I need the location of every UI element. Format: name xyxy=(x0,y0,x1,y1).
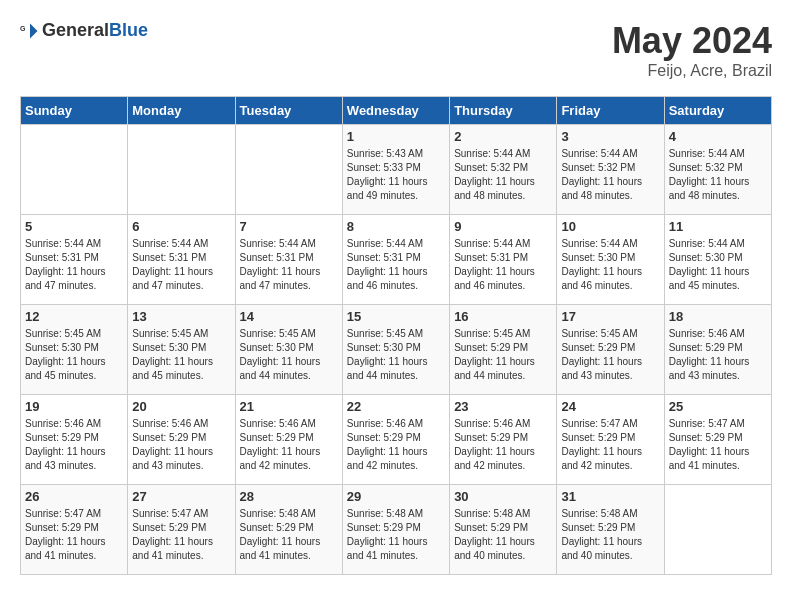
calendar-header-sunday: Sunday xyxy=(21,97,128,125)
day-info: Sunrise: 5:48 AM Sunset: 5:29 PM Dayligh… xyxy=(454,507,552,563)
calendar-cell xyxy=(235,125,342,215)
calendar-cell: 8Sunrise: 5:44 AM Sunset: 5:31 PM Daylig… xyxy=(342,215,449,305)
calendar-cell: 15Sunrise: 5:45 AM Sunset: 5:30 PM Dayli… xyxy=(342,305,449,395)
calendar-cell: 10Sunrise: 5:44 AM Sunset: 5:30 PM Dayli… xyxy=(557,215,664,305)
calendar-cell: 30Sunrise: 5:48 AM Sunset: 5:29 PM Dayli… xyxy=(450,485,557,575)
day-number: 28 xyxy=(240,489,338,504)
day-info: Sunrise: 5:44 AM Sunset: 5:32 PM Dayligh… xyxy=(669,147,767,203)
day-info: Sunrise: 5:47 AM Sunset: 5:29 PM Dayligh… xyxy=(132,507,230,563)
day-number: 23 xyxy=(454,399,552,414)
day-info: Sunrise: 5:46 AM Sunset: 5:29 PM Dayligh… xyxy=(454,417,552,473)
main-title: May 2024 xyxy=(612,20,772,62)
day-number: 31 xyxy=(561,489,659,504)
calendar-cell xyxy=(664,485,771,575)
calendar-header-row: SundayMondayTuesdayWednesdayThursdayFrid… xyxy=(21,97,772,125)
day-number: 8 xyxy=(347,219,445,234)
day-info: Sunrise: 5:46 AM Sunset: 5:29 PM Dayligh… xyxy=(25,417,123,473)
day-info: Sunrise: 5:44 AM Sunset: 5:31 PM Dayligh… xyxy=(132,237,230,293)
day-number: 1 xyxy=(347,129,445,144)
calendar-header-friday: Friday xyxy=(557,97,664,125)
day-info: Sunrise: 5:45 AM Sunset: 5:30 PM Dayligh… xyxy=(347,327,445,383)
day-number: 15 xyxy=(347,309,445,324)
calendar-cell: 14Sunrise: 5:45 AM Sunset: 5:30 PM Dayli… xyxy=(235,305,342,395)
day-number: 14 xyxy=(240,309,338,324)
calendar-cell: 5Sunrise: 5:44 AM Sunset: 5:31 PM Daylig… xyxy=(21,215,128,305)
day-info: Sunrise: 5:48 AM Sunset: 5:29 PM Dayligh… xyxy=(240,507,338,563)
day-info: Sunrise: 5:44 AM Sunset: 5:32 PM Dayligh… xyxy=(561,147,659,203)
day-info: Sunrise: 5:47 AM Sunset: 5:29 PM Dayligh… xyxy=(669,417,767,473)
day-info: Sunrise: 5:46 AM Sunset: 5:29 PM Dayligh… xyxy=(132,417,230,473)
day-info: Sunrise: 5:48 AM Sunset: 5:29 PM Dayligh… xyxy=(561,507,659,563)
calendar-cell: 6Sunrise: 5:44 AM Sunset: 5:31 PM Daylig… xyxy=(128,215,235,305)
svg-text:G: G xyxy=(20,25,26,32)
calendar-week-row: 12Sunrise: 5:45 AM Sunset: 5:30 PM Dayli… xyxy=(21,305,772,395)
calendar-week-row: 19Sunrise: 5:46 AM Sunset: 5:29 PM Dayli… xyxy=(21,395,772,485)
calendar-table: SundayMondayTuesdayWednesdayThursdayFrid… xyxy=(20,96,772,575)
calendar-cell: 13Sunrise: 5:45 AM Sunset: 5:30 PM Dayli… xyxy=(128,305,235,395)
logo-blue: Blue xyxy=(109,20,148,40)
day-info: Sunrise: 5:44 AM Sunset: 5:30 PM Dayligh… xyxy=(669,237,767,293)
calendar-cell: 16Sunrise: 5:45 AM Sunset: 5:29 PM Dayli… xyxy=(450,305,557,395)
calendar-week-row: 1Sunrise: 5:43 AM Sunset: 5:33 PM Daylig… xyxy=(21,125,772,215)
calendar-cell: 9Sunrise: 5:44 AM Sunset: 5:31 PM Daylig… xyxy=(450,215,557,305)
day-number: 22 xyxy=(347,399,445,414)
day-info: Sunrise: 5:46 AM Sunset: 5:29 PM Dayligh… xyxy=(347,417,445,473)
calendar-cell: 20Sunrise: 5:46 AM Sunset: 5:29 PM Dayli… xyxy=(128,395,235,485)
calendar-cell: 21Sunrise: 5:46 AM Sunset: 5:29 PM Dayli… xyxy=(235,395,342,485)
calendar-header-monday: Monday xyxy=(128,97,235,125)
calendar-cell: 12Sunrise: 5:45 AM Sunset: 5:30 PM Dayli… xyxy=(21,305,128,395)
calendar-header-thursday: Thursday xyxy=(450,97,557,125)
day-info: Sunrise: 5:47 AM Sunset: 5:29 PM Dayligh… xyxy=(25,507,123,563)
day-info: Sunrise: 5:45 AM Sunset: 5:29 PM Dayligh… xyxy=(454,327,552,383)
day-number: 17 xyxy=(561,309,659,324)
day-info: Sunrise: 5:46 AM Sunset: 5:29 PM Dayligh… xyxy=(240,417,338,473)
calendar-cell: 7Sunrise: 5:44 AM Sunset: 5:31 PM Daylig… xyxy=(235,215,342,305)
calendar-week-row: 26Sunrise: 5:47 AM Sunset: 5:29 PM Dayli… xyxy=(21,485,772,575)
day-number: 26 xyxy=(25,489,123,504)
day-info: Sunrise: 5:48 AM Sunset: 5:29 PM Dayligh… xyxy=(347,507,445,563)
day-info: Sunrise: 5:43 AM Sunset: 5:33 PM Dayligh… xyxy=(347,147,445,203)
day-number: 3 xyxy=(561,129,659,144)
calendar-cell: 11Sunrise: 5:44 AM Sunset: 5:30 PM Dayli… xyxy=(664,215,771,305)
calendar-cell: 31Sunrise: 5:48 AM Sunset: 5:29 PM Dayli… xyxy=(557,485,664,575)
day-number: 25 xyxy=(669,399,767,414)
day-info: Sunrise: 5:45 AM Sunset: 5:30 PM Dayligh… xyxy=(132,327,230,383)
page-header: G GeneralBlue May 2024 Feijo, Acre, Braz… xyxy=(20,20,772,80)
calendar-cell xyxy=(21,125,128,215)
title-area: May 2024 Feijo, Acre, Brazil xyxy=(612,20,772,80)
day-number: 21 xyxy=(240,399,338,414)
logo-icon: G xyxy=(20,21,40,41)
day-number: 27 xyxy=(132,489,230,504)
day-info: Sunrise: 5:44 AM Sunset: 5:31 PM Dayligh… xyxy=(347,237,445,293)
calendar-cell: 18Sunrise: 5:46 AM Sunset: 5:29 PM Dayli… xyxy=(664,305,771,395)
day-number: 11 xyxy=(669,219,767,234)
calendar-cell: 4Sunrise: 5:44 AM Sunset: 5:32 PM Daylig… xyxy=(664,125,771,215)
calendar-cell: 26Sunrise: 5:47 AM Sunset: 5:29 PM Dayli… xyxy=(21,485,128,575)
day-number: 6 xyxy=(132,219,230,234)
calendar-cell: 17Sunrise: 5:45 AM Sunset: 5:29 PM Dayli… xyxy=(557,305,664,395)
day-number: 5 xyxy=(25,219,123,234)
calendar-header-tuesday: Tuesday xyxy=(235,97,342,125)
day-number: 24 xyxy=(561,399,659,414)
svg-marker-1 xyxy=(30,23,38,38)
subtitle: Feijo, Acre, Brazil xyxy=(612,62,772,80)
calendar-cell: 24Sunrise: 5:47 AM Sunset: 5:29 PM Dayli… xyxy=(557,395,664,485)
calendar-week-row: 5Sunrise: 5:44 AM Sunset: 5:31 PM Daylig… xyxy=(21,215,772,305)
day-number: 16 xyxy=(454,309,552,324)
day-info: Sunrise: 5:44 AM Sunset: 5:30 PM Dayligh… xyxy=(561,237,659,293)
day-number: 4 xyxy=(669,129,767,144)
calendar-cell: 25Sunrise: 5:47 AM Sunset: 5:29 PM Dayli… xyxy=(664,395,771,485)
day-number: 13 xyxy=(132,309,230,324)
calendar-cell: 23Sunrise: 5:46 AM Sunset: 5:29 PM Dayli… xyxy=(450,395,557,485)
day-info: Sunrise: 5:45 AM Sunset: 5:29 PM Dayligh… xyxy=(561,327,659,383)
day-number: 18 xyxy=(669,309,767,324)
day-number: 19 xyxy=(25,399,123,414)
logo-general: General xyxy=(42,20,109,40)
logo: G GeneralBlue xyxy=(20,20,148,41)
day-info: Sunrise: 5:47 AM Sunset: 5:29 PM Dayligh… xyxy=(561,417,659,473)
day-number: 2 xyxy=(454,129,552,144)
day-info: Sunrise: 5:44 AM Sunset: 5:31 PM Dayligh… xyxy=(25,237,123,293)
day-info: Sunrise: 5:46 AM Sunset: 5:29 PM Dayligh… xyxy=(669,327,767,383)
calendar-cell: 19Sunrise: 5:46 AM Sunset: 5:29 PM Dayli… xyxy=(21,395,128,485)
calendar-header-saturday: Saturday xyxy=(664,97,771,125)
